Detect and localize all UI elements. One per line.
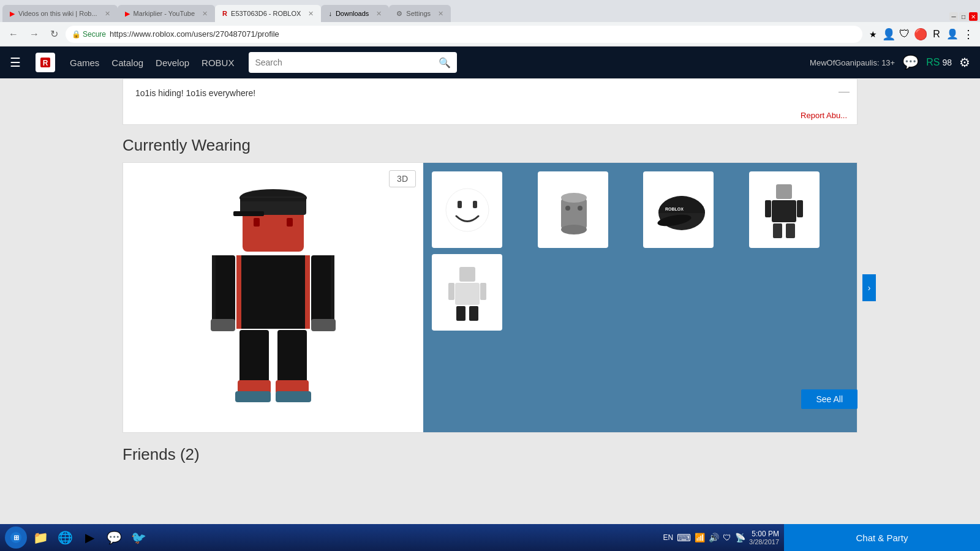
extension-icon1[interactable]: 👤 xyxy=(882,28,895,41)
minimize-btn[interactable]: ─ xyxy=(949,12,958,21)
taskbar-extra[interactable]: 🐦 xyxy=(127,527,149,549)
items-grid-row1: ROBLOX xyxy=(432,171,848,248)
scroll-right-btn[interactable]: › xyxy=(862,274,876,301)
username-display[interactable]: MewOfGoanipaulis: 13+ xyxy=(810,58,895,67)
svg-rect-44 xyxy=(480,283,486,300)
chat-party-button[interactable]: Chat & Party xyxy=(784,524,980,551)
svg-point-28 xyxy=(561,193,587,203)
svg-rect-6 xyxy=(233,211,264,216)
taskbar-chrome[interactable]: 🌐 xyxy=(54,527,76,549)
nav-robux[interactable]: ROBUX xyxy=(202,58,234,68)
extension-icon2[interactable]: 🛡 xyxy=(898,28,911,41)
nav-links: Games Catalog Develop ROBUX xyxy=(70,58,234,68)
currently-wearing-section: Currently Wearing 3D xyxy=(123,136,858,433)
wearing-container: 3D xyxy=(123,162,858,433)
hamburger-menu-icon[interactable]: ☰ xyxy=(10,55,21,70)
tab2-close[interactable]: ✕ xyxy=(202,10,208,18)
item-card-5[interactable] xyxy=(432,254,502,331)
toolbar-icons: ★ 👤 🛡 🔴 R 👤 ⋮ xyxy=(866,28,975,41)
reload-button[interactable]: ↻ xyxy=(47,27,62,41)
nav-catalog[interactable]: Catalog xyxy=(111,58,143,68)
taskbar-file-explorer[interactable]: 📁 xyxy=(29,527,51,549)
start-button[interactable]: ⊞ xyxy=(5,527,27,549)
svg-rect-7 xyxy=(254,218,260,227)
tab1-label: Videos on this wiki | Rob... xyxy=(18,10,97,17)
search-box[interactable]: 🔍 xyxy=(249,52,457,73)
address-box[interactable]: 🔒 Secure https://www.roblox.com/users/27… xyxy=(66,26,862,43)
svg-rect-36 xyxy=(772,200,796,222)
svg-rect-23 xyxy=(276,391,311,402)
taskbar-clock: 5:00 PM 3/28/2017 xyxy=(749,530,779,545)
svg-rect-17 xyxy=(311,319,336,331)
tab-markiplier[interactable]: ▶ Markiplier - YouTube ✕ xyxy=(118,5,215,22)
svg-rect-5 xyxy=(240,198,306,201)
extension-icon4[interactable]: R xyxy=(930,28,943,41)
search-input[interactable] xyxy=(255,58,434,67)
robux-icon: RS xyxy=(926,57,940,68)
taskbar-media[interactable]: ▶ xyxy=(78,527,100,549)
item4-image xyxy=(763,179,805,241)
bookmark-icon[interactable]: ★ xyxy=(866,28,880,41)
nav-games[interactable]: Games xyxy=(70,58,99,68)
friends-section: Friends (2) xyxy=(123,445,858,464)
tab5-label: Settings xyxy=(406,10,431,17)
tab-downloads[interactable]: ↓ Downloads ✕ xyxy=(321,5,389,22)
3d-button[interactable]: 3D xyxy=(389,170,416,187)
svg-point-30 xyxy=(565,206,570,211)
see-all-button[interactable]: See All xyxy=(801,389,858,409)
tab-bar: ▶ Videos on this wiki | Rob... ✕ ▶ Marki… xyxy=(0,0,980,22)
tab-roblox[interactable]: R E53T063D6 - ROBLOX ✕ xyxy=(215,5,321,22)
item-card-3[interactable]: ROBLOX xyxy=(643,171,714,248)
tab5-close[interactable]: ✕ xyxy=(438,10,443,18)
nav-develop[interactable]: Develop xyxy=(156,58,189,68)
nav-right: MewOfGoanipaulis: 13+ 💬 RS 98 ⚙ xyxy=(810,54,970,70)
tab3-favicon: R xyxy=(222,10,227,17)
tab4-label: Downloads xyxy=(336,10,369,17)
about-text: 1o1is hiding! 1o1is everywhere! xyxy=(135,88,255,98)
settings-nav-icon[interactable]: ⚙ xyxy=(959,55,970,70)
taskbar-right: EN ⌨ 📶 🔊 🛡 📡 5:00 PM 3/28/2017 xyxy=(663,530,779,545)
item-card-4[interactable] xyxy=(749,171,820,248)
chat-icon[interactable]: 💬 xyxy=(902,54,919,70)
svg-point-24 xyxy=(446,189,489,231)
item2-image xyxy=(550,182,596,238)
tab3-close[interactable]: ✕ xyxy=(308,10,314,18)
friends-title: Friends (2) xyxy=(123,445,858,464)
item-card-2[interactable] xyxy=(538,171,608,248)
collapse-icon[interactable]: — xyxy=(839,85,850,98)
maximize-btn[interactable]: □ xyxy=(959,12,968,21)
item3-image: ROBLOX xyxy=(651,182,706,238)
close-btn[interactable]: ✕ xyxy=(969,12,978,21)
secure-badge: 🔒 Secure xyxy=(72,30,106,39)
item1-image xyxy=(443,182,492,238)
taskbar-skype[interactable]: 💬 xyxy=(103,527,125,549)
avatar-image xyxy=(187,184,359,411)
svg-rect-16 xyxy=(211,319,235,331)
tab-videos[interactable]: ▶ Videos on this wiki | Rob... ✕ xyxy=(2,5,118,22)
search-icon[interactable]: 🔍 xyxy=(439,57,451,69)
back-button[interactable]: ← xyxy=(5,28,22,41)
tab2-label: Markiplier - YouTube xyxy=(134,10,195,17)
svg-point-29 xyxy=(561,225,587,234)
menu-icon[interactable]: ⋮ xyxy=(962,28,975,41)
svg-rect-43 xyxy=(448,283,454,300)
extension-icon5[interactable]: 👤 xyxy=(946,28,959,41)
chat-party-label: Chat & Party xyxy=(856,533,908,543)
tab-settings[interactable]: ⚙ Settings ✕ xyxy=(389,5,451,22)
report-abuse-link[interactable]: Report Abu... xyxy=(801,111,847,120)
forward-button[interactable]: → xyxy=(26,28,43,41)
lock-icon: 🔒 xyxy=(72,30,81,39)
robux-display[interactable]: RS 98 xyxy=(926,57,952,68)
svg-point-31 xyxy=(578,206,582,211)
browser-chrome: ▶ Videos on this wiki | Rob... ✕ ▶ Marki… xyxy=(0,0,980,47)
taskbar-network-icon: 📶 xyxy=(695,533,705,542)
currently-wearing-title: Currently Wearing xyxy=(123,136,858,155)
item-card-1[interactable] xyxy=(432,171,502,248)
roblox-logo[interactable]: R xyxy=(36,53,55,72)
extension-icon3[interactable]: 🔴 xyxy=(914,28,927,41)
items-grid-container: ROBLOX xyxy=(423,163,857,432)
tab2-favicon: ▶ xyxy=(125,10,130,18)
tab1-close[interactable]: ✕ xyxy=(105,10,110,18)
taskbar-volume-icon: 🔊 xyxy=(709,533,719,542)
tab4-close[interactable]: ✕ xyxy=(376,10,382,18)
